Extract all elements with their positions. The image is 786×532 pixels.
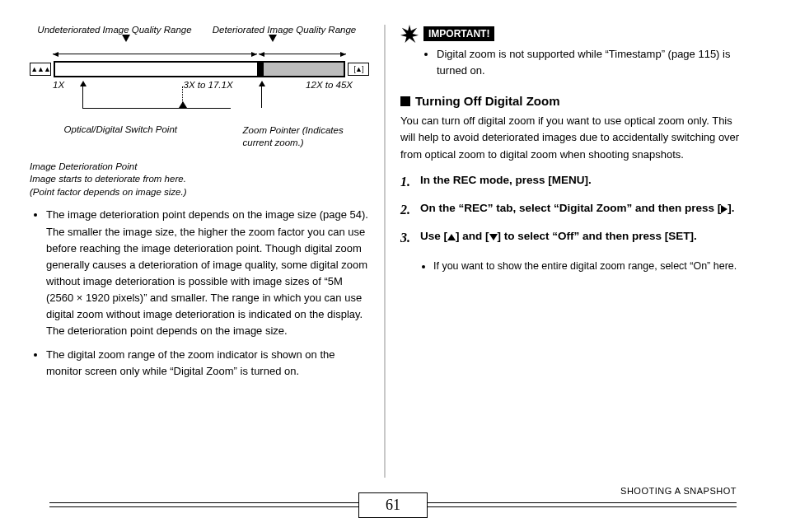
important-bullets: Digital zoom is not supported while “Tim… (423, 46, 740, 79)
down-triangle-icon (489, 234, 498, 240)
step-3: 3. Use [] and [] to select “Off” and the… (400, 229, 740, 247)
deterioration-note: Image Deterioration Point Image starts t… (30, 161, 369, 199)
up-triangle-icon (447, 234, 456, 240)
bullet-text: The image deterioration point depends on… (46, 207, 369, 339)
undeteriorated-range-label: Undeteriorated Image Quality Range (30, 25, 199, 35)
tick-mid: 3X to 17.1X (184, 80, 233, 90)
step-sub-text: If you want to show the entire digital z… (433, 259, 740, 274)
wide-zoom-icon: ▲▲▲ (30, 63, 51, 76)
leader-line-icon (82, 86, 83, 108)
intro-paragraph: You can turn off digital zoom if you wan… (400, 113, 740, 162)
arrow-down-icon (122, 35, 130, 42)
left-bullets: The image deterioration point depends on… (30, 207, 369, 379)
bullet-text: The digital zoom range of the zoom indic… (46, 347, 369, 380)
deteriorated-range-label: Deteriorated Image Quality Range (199, 25, 369, 35)
dotted-leader-icon (182, 86, 183, 106)
tick-max: 12X to 45X (306, 80, 353, 90)
tele-zoom-icon: [▲] (348, 63, 369, 76)
important-label: IMPORTANT! (423, 26, 494, 41)
leader-line-icon (261, 86, 262, 108)
range-arrow-right (259, 54, 346, 54)
footer-caption: SHOOTING A SNAPSHOT (620, 486, 737, 496)
important-bullet-text: Digital zoom is not supported while “Tim… (437, 46, 740, 79)
starburst-icon (400, 25, 419, 43)
deteriorated-region (257, 63, 344, 76)
tick-1x: 1X (53, 80, 64, 90)
step-1: 1. In the REC mode, press [MENU]. (400, 173, 740, 191)
diagram-top-labels: Undeteriorated Image Quality Range Deter… (30, 25, 369, 35)
square-bullet-icon (400, 96, 410, 106)
zoom-pointer-label: Zoom Pointer (Indicates current zoom.) (218, 124, 369, 149)
section-heading: Turning Off Digital Zoom (400, 94, 740, 108)
zoom-pointer-icon (257, 62, 264, 77)
arrow-down-icon (269, 35, 277, 42)
switch-point-label: Optical/Digital Switch Point (30, 124, 218, 149)
step-2: 2. On the “REC” tab, select “Digital Zoo… (400, 201, 740, 219)
svg-marker-0 (400, 25, 419, 43)
step-3-sub-bullets: If you want to show the entire digital z… (420, 259, 740, 274)
range-arrow-left (53, 54, 257, 54)
page-number: 61 (358, 492, 428, 518)
zoom-bar (54, 61, 345, 77)
